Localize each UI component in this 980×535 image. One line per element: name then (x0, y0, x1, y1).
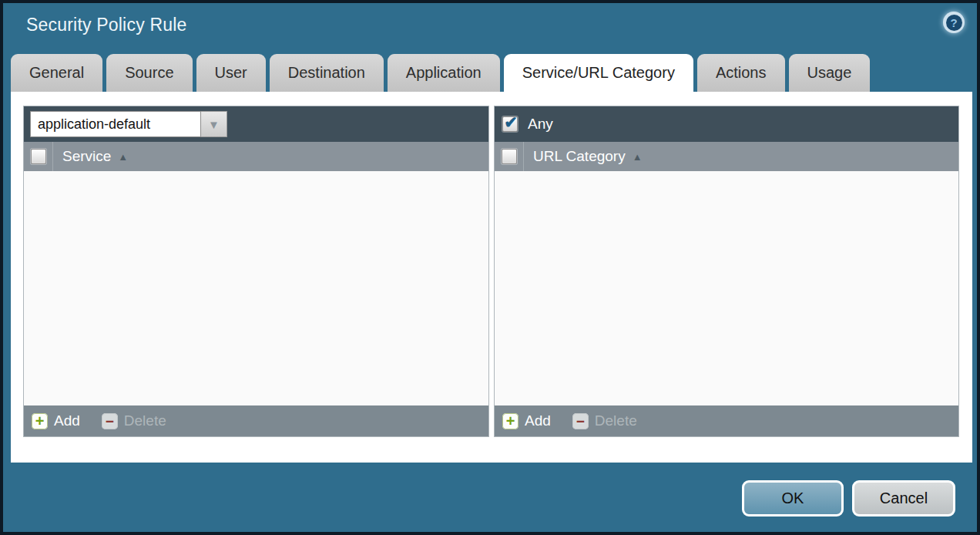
chevron-down-icon: ▼ (208, 118, 220, 131)
tab-user[interactable]: User (196, 54, 266, 92)
service-select-all-cell (24, 142, 53, 171)
tab-content-area: application-default ▼ Service ▲ + Add (11, 92, 972, 463)
service-type-dropdown[interactable]: application-default ▼ (30, 111, 227, 137)
any-row: ✔ Any (495, 116, 553, 133)
service-column-label: Service (62, 148, 111, 165)
service-delete-button[interactable]: − Delete (102, 412, 166, 429)
url-category-column-label: URL Category (533, 148, 626, 165)
url-category-add-button[interactable]: + Add (502, 412, 551, 429)
service-panel: application-default ▼ Service ▲ + Add (23, 106, 489, 437)
tab-service-url-category[interactable]: Service/URL Category (504, 54, 693, 93)
service-list (24, 171, 488, 405)
service-type-value[interactable]: application-default (30, 111, 201, 137)
add-icon: + (502, 413, 519, 429)
sort-asc-icon: ▲ (633, 151, 643, 163)
tab-general[interactable]: General (11, 54, 102, 92)
delete-label: Delete (595, 412, 637, 429)
tab-application[interactable]: Application (388, 54, 500, 92)
add-icon: + (32, 413, 48, 429)
url-category-select-all-checkbox[interactable] (502, 149, 517, 164)
help-button[interactable]: ? (943, 12, 965, 33)
add-label: Add (525, 412, 551, 429)
add-label: Add (54, 412, 80, 429)
url-category-panel: ✔ Any URL Category ▲ + Add − (494, 106, 959, 437)
tab-destination[interactable]: Destination (270, 54, 384, 92)
checkmark-icon: ✔ (504, 114, 518, 130)
service-select-all-checkbox[interactable] (31, 149, 46, 164)
delete-label: Delete (124, 412, 166, 429)
help-icon: ? (946, 15, 962, 31)
tab-actions[interactable]: Actions (697, 54, 785, 92)
delete-icon: − (572, 413, 589, 429)
url-category-delete-button[interactable]: − Delete (572, 412, 637, 429)
cancel-button[interactable]: Cancel (852, 480, 955, 516)
url-category-list (495, 171, 958, 405)
any-label: Any (528, 116, 553, 133)
service-add-button[interactable]: + Add (32, 412, 80, 429)
sort-asc-icon: ▲ (118, 151, 128, 163)
service-panel-header: application-default ▼ (24, 106, 488, 142)
service-column-header[interactable]: Service ▲ (24, 142, 488, 171)
tab-strip: General Source User Destination Applicat… (11, 54, 870, 93)
url-category-panel-header: ✔ Any (495, 106, 958, 142)
security-policy-rule-dialog: Security Policy Rule ? General Source Us… (3, 3, 977, 532)
any-checkbox[interactable]: ✔ (502, 116, 518, 132)
url-category-column-header[interactable]: URL Category ▲ (495, 142, 958, 171)
delete-icon: − (102, 413, 118, 429)
url-category-panel-footer: + Add − Delete (495, 405, 958, 436)
tab-usage[interactable]: Usage (789, 54, 871, 92)
service-panel-footer: + Add − Delete (24, 405, 488, 436)
url-category-select-all-cell (495, 142, 524, 171)
ok-button[interactable]: OK (742, 480, 844, 516)
tab-source[interactable]: Source (106, 54, 192, 92)
dropdown-button[interactable]: ▼ (201, 111, 227, 137)
dialog-title: Security Policy Rule (26, 15, 187, 35)
